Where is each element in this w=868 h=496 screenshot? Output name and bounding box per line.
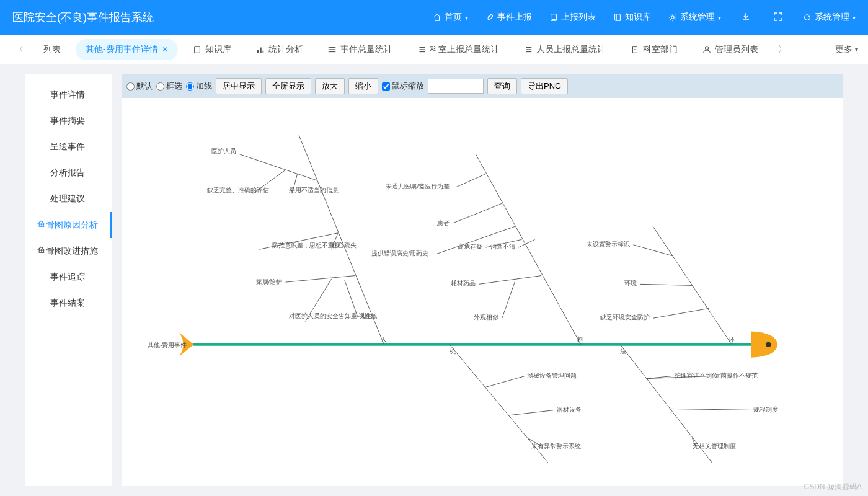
svg-text:其他: 其他 [360, 312, 372, 319]
radio-default[interactable] [126, 82, 135, 91]
search-input[interactable] [428, 79, 484, 94]
mouse-zoom[interactable]: 鼠标缩放 [382, 81, 424, 92]
menu-analysis[interactable]: 分析报告 [25, 160, 112, 186]
diagram-toolbar: 默认 框选 加线 居中显示 全屏显示 放大 缩小 鼠标缩放 查询 导出PNG [122, 74, 843, 98]
close-icon[interactable]: ✕ [162, 45, 168, 54]
svg-line-72 [508, 410, 554, 415]
svg-text:法: 法 [620, 348, 626, 355]
tab-admin[interactable]: 管理员列表 [693, 39, 768, 60]
chart-icon [256, 45, 265, 54]
tabs-next[interactable]: 〉 [773, 42, 792, 58]
svg-text:未设置警示标识: 未设置警示标识 [587, 241, 630, 247]
svg-text:器材设备: 器材设备 [557, 406, 582, 413]
tab-label: 其他-费用事件详情 [86, 44, 158, 55]
svg-text:沟通不清: 沟通不清 [490, 243, 515, 250]
cat-method: 法 护理宣讲不到位 无菌操作不规范 规程制度 无相关管理制度 [620, 345, 778, 463]
nav-home[interactable]: 首页 ▾ [433, 12, 468, 23]
tab-detail[interactable]: 其他-费用事件详情 ✕ [76, 39, 178, 60]
checkbox-mousezoom[interactable] [382, 82, 390, 91]
chevron-down-icon: ▾ [855, 46, 858, 53]
tablet-icon [549, 13, 558, 22]
mode-line[interactable]: 加线 [186, 81, 212, 92]
list-icon [524, 45, 533, 54]
center-button[interactable]: 居中显示 [216, 78, 262, 94]
menu-detail[interactable]: 事件详情 [25, 82, 112, 108]
top-nav: 首页 ▾ 事件上报 上报列表 知识库 系统管理 ▾ 系统管理 ▾ [433, 9, 856, 26]
svg-text:医护人员: 医护人员 [211, 148, 236, 154]
zoomout-button[interactable]: 缩小 [348, 78, 378, 94]
nav-sysmgr2[interactable]: 系统管理 ▾ [803, 12, 856, 23]
svg-line-66 [653, 308, 709, 318]
nav-sysmgr[interactable]: 系统管理 ▾ [668, 12, 721, 23]
fullscreen-icon[interactable] [771, 9, 786, 26]
menu-trace[interactable]: 事件追踪 [25, 264, 112, 290]
menu-summary[interactable]: 事件摘要 [25, 108, 112, 134]
radio-label: 框选 [166, 81, 182, 92]
radio-box[interactable] [156, 82, 164, 91]
svg-text:料: 料 [577, 336, 583, 343]
tabs-more[interactable]: 更多 ▾ [835, 44, 858, 55]
tabs-more-label: 更多 [835, 44, 852, 55]
tabs-prev[interactable]: 〈 [10, 42, 29, 58]
nav-kb-label: 知识库 [625, 12, 651, 23]
tab-person-total[interactable]: 人员上报总量统计 [514, 39, 616, 60]
nav-sysmgr2-label: 系统管理 [815, 12, 849, 23]
side-menu: 事件详情 事件摘要 呈送事件 分析报告 处理建议 鱼骨图原因分析 鱼骨图改进措施… [25, 74, 112, 486]
svg-line-48 [456, 174, 486, 187]
app-header: 医院安全(不良)事件报告系统 首页 ▾ 事件上报 上报列表 知识库 系统管理 ▾ [0, 0, 868, 35]
tab-label: 人员上报总量统计 [536, 44, 606, 55]
nav-report-label: 事件上报 [497, 12, 532, 23]
export-button[interactable]: 导出PNG [521, 78, 568, 94]
tab-label: 统计分析 [268, 44, 303, 55]
svg-line-28 [239, 154, 317, 180]
svg-line-58 [502, 281, 515, 318]
svg-text:缺乏环境安全防护: 缺乏环境安全防护 [600, 314, 650, 321]
cat-subject: 料 患者 未通共医嘱/遵医行为差 提供错误病史/用药史 高危存疑 沟通不清 耗材… [371, 154, 584, 345]
svg-rect-4 [194, 46, 200, 53]
nav-list-label: 上报列表 [561, 12, 596, 23]
nav-report[interactable]: 事件上报 [485, 12, 532, 23]
cat-person: 人 医护人员 缺乏完整、准确的评估 采用不适当的信息 防范意识差，思想不重视 粗… [207, 135, 387, 345]
zoomin-button[interactable]: 放大 [315, 78, 345, 94]
fullscreen-button[interactable]: 全屏显示 [265, 78, 311, 94]
tab-label: 科室部门 [643, 44, 678, 55]
svg-point-11 [329, 47, 329, 48]
list-icon [328, 45, 337, 54]
svg-text:未有异常警示系统: 未有异常警示系统 [531, 443, 581, 450]
menu-fish-cause[interactable]: 鱼骨图原因分析 [25, 212, 112, 238]
svg-point-23 [705, 46, 708, 49]
menu-suggest[interactable]: 处理建议 [25, 186, 112, 212]
download-icon[interactable] [738, 9, 753, 26]
tab-kb[interactable]: 知识库 [183, 39, 241, 60]
radio-line[interactable] [186, 82, 194, 91]
svg-text:高危存疑: 高危存疑 [458, 243, 482, 250]
svg-text:规程制度: 规程制度 [753, 406, 778, 413]
attachment-icon [485, 13, 494, 22]
radio-label: 默认 [136, 81, 153, 92]
svg-line-62 [633, 245, 672, 256]
tab-stats[interactable]: 统计分析 [246, 39, 313, 60]
tab-dept-total[interactable]: 科室上报总量统计 [407, 39, 509, 60]
tab-label: 事件总量统计 [340, 44, 392, 55]
svg-point-12 [329, 49, 329, 50]
svg-point-13 [329, 51, 329, 52]
svg-line-82 [670, 409, 751, 410]
chevron-down-icon: ▾ [718, 14, 721, 21]
query-button[interactable]: 查询 [487, 78, 517, 94]
tab-total[interactable]: 事件总量统计 [318, 39, 402, 60]
nav-kb[interactable]: 知识库 [613, 12, 651, 23]
svg-point-25 [766, 342, 771, 347]
svg-text:提供错误病史/用药史: 提供错误病史/用药史 [371, 250, 429, 257]
tab-dept[interactable]: 科室部门 [621, 39, 688, 60]
fishbone-diagram[interactable]: 其他-费用事件 人 医护人员 缺乏完整、准确的评估 采用不适当的信息 防范意识差… [122, 98, 843, 486]
mode-default[interactable]: 默认 [126, 81, 153, 92]
svg-text:患者: 患者 [436, 219, 450, 226]
nav-list[interactable]: 上报列表 [549, 12, 596, 23]
menu-fish-improve[interactable]: 鱼骨图改进措施 [25, 238, 112, 264]
menu-close[interactable]: 事件结案 [25, 290, 112, 316]
svg-text:耗材药品: 耗材药品 [451, 280, 476, 286]
mode-box[interactable]: 框选 [156, 81, 182, 92]
cat-machine: 机 涵械设备管理问题 器材设备 未有异常警示系统 [450, 345, 581, 463]
tab-list[interactable]: 列表 [33, 39, 71, 60]
menu-submit[interactable]: 呈送事件 [25, 134, 112, 160]
